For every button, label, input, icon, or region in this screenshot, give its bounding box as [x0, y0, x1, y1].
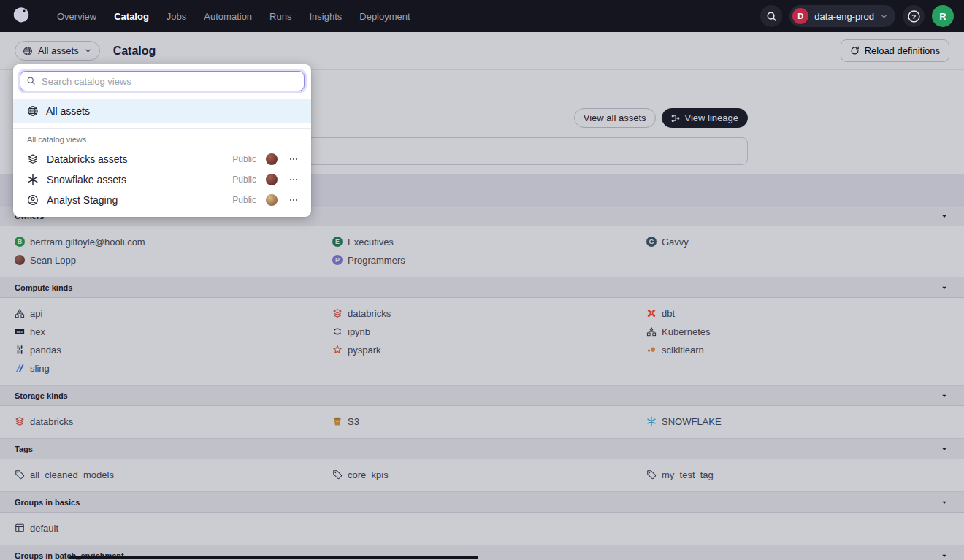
- more-options-icon[interactable]: [287, 173, 300, 186]
- catalog-views-search-input[interactable]: [20, 71, 305, 91]
- catalog-view-snowflake-assets[interactable]: Snowflake assetsPublic: [13, 169, 311, 190]
- person-circle-icon: [27, 194, 39, 206]
- catalog-view-all-assets[interactable]: All assets: [13, 99, 311, 123]
- catalog-view-name: Databricks assets: [47, 153, 127, 165]
- deployment-badge: D: [792, 8, 808, 24]
- catalog-view-name: Analyst Staging: [47, 194, 118, 206]
- user-avatar[interactable]: R: [932, 5, 954, 27]
- topnav-item-automation[interactable]: Automation: [196, 8, 259, 25]
- view-row-meta: Public: [232, 173, 300, 186]
- search-icon: [26, 76, 36, 85]
- deployment-switcher[interactable]: D data-eng-prod: [789, 5, 895, 27]
- visibility-label: Public: [232, 174, 256, 185]
- more-options-icon[interactable]: [287, 153, 300, 166]
- topnav-items: OverviewCatalogJobsAutomationRunsInsight…: [50, 8, 418, 25]
- selected-view-label: All assets: [46, 105, 90, 117]
- dropdown-search-wrap: [13, 64, 311, 99]
- catalog-view-name: Snowflake assets: [47, 174, 126, 185]
- top-nav: OverviewCatalogJobsAutomationRunsInsight…: [0, 0, 964, 32]
- views-section-label: All catalog views: [13, 132, 311, 149]
- dagster-logo-icon[interactable]: [10, 5, 32, 27]
- svg-text:?: ?: [911, 12, 916, 20]
- view-owner-avatar: [266, 174, 278, 185]
- topnav-item-deployment[interactable]: Deployment: [352, 8, 417, 25]
- dropdown-divider: [13, 128, 311, 129]
- topnav-item-catalog[interactable]: Catalog: [107, 8, 156, 25]
- view-row-meta: Public: [232, 153, 300, 166]
- catalog-view-databricks-assets[interactable]: Databricks assetsPublic: [13, 149, 311, 169]
- more-options-icon[interactable]: [287, 193, 300, 207]
- visibility-label: Public: [232, 195, 256, 205]
- layers-stack-icon: [27, 153, 39, 165]
- help-icon[interactable]: ?: [903, 5, 925, 27]
- topnav-right: D data-eng-prod ? R: [760, 5, 954, 27]
- view-owner-avatar: [266, 153, 278, 165]
- search-icon[interactable]: [760, 5, 782, 27]
- globe-icon: [27, 105, 39, 117]
- catalog-views-dropdown: All assets All catalog views Databricks …: [13, 64, 311, 217]
- view-row-meta: Public: [232, 193, 300, 207]
- topnav-item-runs[interactable]: Runs: [262, 8, 299, 25]
- chevron-down-icon: [880, 12, 888, 20]
- visibility-label: Public: [232, 154, 256, 164]
- catalog-view-analyst-staging[interactable]: Analyst StagingPublic: [13, 190, 311, 210]
- topnav-item-insights[interactable]: Insights: [302, 8, 349, 25]
- snowflake-dark-icon: [27, 174, 39, 185]
- deployment-label: data-eng-prod: [814, 11, 874, 22]
- horizontal-scrollbar[interactable]: [69, 556, 478, 559]
- topnav-item-jobs[interactable]: Jobs: [159, 8, 194, 25]
- view-owner-avatar: [266, 194, 278, 206]
- catalog-views-list: Databricks assetsPublicSnowflake assetsP…: [13, 149, 311, 210]
- topnav-item-overview[interactable]: Overview: [50, 8, 104, 25]
